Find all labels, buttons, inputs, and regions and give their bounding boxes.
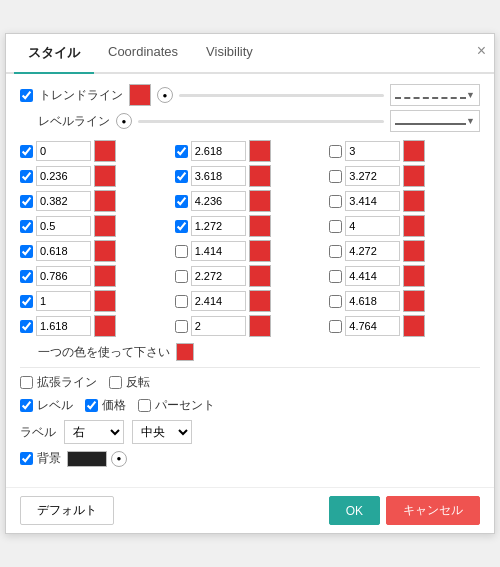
val-input-9[interactable] (36, 216, 91, 236)
val-input-19[interactable] (191, 291, 246, 311)
price-checkbox[interactable] (85, 399, 98, 412)
levelline-slider[interactable] (138, 120, 384, 123)
trendline-checkbox[interactable] (20, 89, 33, 102)
tab-style[interactable]: スタイル (14, 34, 94, 74)
val-color-11[interactable] (403, 215, 425, 237)
val-checkbox-13[interactable] (175, 245, 188, 258)
level-checkbox[interactable] (20, 399, 33, 412)
val-color-16[interactable] (249, 265, 271, 287)
val-input-0[interactable] (36, 141, 91, 161)
val-checkbox-1[interactable] (175, 145, 188, 158)
trendline-slider[interactable] (179, 94, 384, 97)
percent-checkbox[interactable] (138, 399, 151, 412)
default-button[interactable]: デフォルト (20, 496, 114, 525)
val-checkbox-3[interactable] (20, 170, 33, 183)
val-checkbox-17[interactable] (329, 270, 342, 283)
val-checkbox-19[interactable] (175, 295, 188, 308)
val-input-17[interactable] (345, 266, 400, 286)
val-input-22[interactable] (191, 316, 246, 336)
val-input-4[interactable] (191, 166, 246, 186)
background-checkbox[interactable] (20, 452, 33, 465)
val-color-2[interactable] (403, 140, 425, 162)
val-color-18[interactable] (94, 290, 116, 312)
val-color-15[interactable] (94, 265, 116, 287)
val-color-1[interactable] (249, 140, 271, 162)
val-input-18[interactable] (36, 291, 91, 311)
val-input-10[interactable] (191, 216, 246, 236)
val-checkbox-16[interactable] (175, 270, 188, 283)
label-position-select[interactable]: 右 左 中央 (64, 420, 124, 444)
same-color-swatch[interactable] (176, 343, 194, 361)
val-color-5[interactable] (403, 165, 425, 187)
val-input-7[interactable] (191, 191, 246, 211)
val-checkbox-0[interactable] (20, 145, 33, 158)
val-color-13[interactable] (249, 240, 271, 262)
val-input-14[interactable] (345, 241, 400, 261)
tab-visibility[interactable]: Visibility (192, 34, 267, 72)
val-color-22[interactable] (249, 315, 271, 337)
val-color-4[interactable] (249, 165, 271, 187)
val-input-1[interactable] (191, 141, 246, 161)
val-input-8[interactable] (345, 191, 400, 211)
val-checkbox-12[interactable] (20, 245, 33, 258)
val-checkbox-18[interactable] (20, 295, 33, 308)
val-input-13[interactable] (191, 241, 246, 261)
val-color-19[interactable] (249, 290, 271, 312)
trendline-circle-btn[interactable]: ● (157, 87, 173, 103)
price-label: 価格 (102, 397, 126, 414)
val-color-0[interactable] (94, 140, 116, 162)
cancel-button[interactable]: キャンセル (386, 496, 480, 525)
val-checkbox-6[interactable] (20, 195, 33, 208)
label-center-select[interactable]: 中央 左 右 (132, 420, 192, 444)
tab-coordinates[interactable]: Coordinates (94, 34, 192, 72)
background-circle-btn[interactable]: ● (111, 451, 127, 467)
val-checkbox-14[interactable] (329, 245, 342, 258)
val-color-23[interactable] (403, 315, 425, 337)
val-color-3[interactable] (94, 165, 116, 187)
val-checkbox-10[interactable] (175, 220, 188, 233)
val-color-10[interactable] (249, 215, 271, 237)
val-checkbox-8[interactable] (329, 195, 342, 208)
ok-button[interactable]: OK (329, 496, 380, 525)
background-color[interactable] (67, 451, 107, 467)
val-color-21[interactable] (94, 315, 116, 337)
val-color-6[interactable] (94, 190, 116, 212)
val-input-2[interactable] (345, 141, 400, 161)
val-checkbox-23[interactable] (329, 320, 342, 333)
val-input-6[interactable] (36, 191, 91, 211)
val-input-11[interactable] (345, 216, 400, 236)
levelline-circle-btn[interactable]: ● (116, 113, 132, 129)
extend-checkbox[interactable] (20, 376, 33, 389)
val-checkbox-9[interactable] (20, 220, 33, 233)
val-color-20[interactable] (403, 290, 425, 312)
val-color-9[interactable] (94, 215, 116, 237)
val-color-8[interactable] (403, 190, 425, 212)
val-input-5[interactable] (345, 166, 400, 186)
val-checkbox-11[interactable] (329, 220, 342, 233)
val-input-23[interactable] (345, 316, 400, 336)
val-color-7[interactable] (249, 190, 271, 212)
val-checkbox-5[interactable] (329, 170, 342, 183)
levelline-line-style[interactable]: ▼ (390, 110, 480, 132)
val-checkbox-4[interactable] (175, 170, 188, 183)
val-input-20[interactable] (345, 291, 400, 311)
val-checkbox-22[interactable] (175, 320, 188, 333)
val-color-17[interactable] (403, 265, 425, 287)
trendline-color[interactable] (129, 84, 151, 106)
val-input-3[interactable] (36, 166, 91, 186)
val-checkbox-21[interactable] (20, 320, 33, 333)
val-input-15[interactable] (36, 266, 91, 286)
val-checkbox-15[interactable] (20, 270, 33, 283)
val-color-14[interactable] (403, 240, 425, 262)
close-button[interactable]: × (477, 42, 486, 60)
levelline-label: レベルライン (38, 113, 110, 130)
val-checkbox-20[interactable] (329, 295, 342, 308)
val-input-12[interactable] (36, 241, 91, 261)
val-checkbox-2[interactable] (329, 145, 342, 158)
val-checkbox-7[interactable] (175, 195, 188, 208)
reverse-checkbox[interactable] (109, 376, 122, 389)
trendline-line-style[interactable]: ▼ (390, 84, 480, 106)
val-input-16[interactable] (191, 266, 246, 286)
val-input-21[interactable] (36, 316, 91, 336)
val-color-12[interactable] (94, 240, 116, 262)
